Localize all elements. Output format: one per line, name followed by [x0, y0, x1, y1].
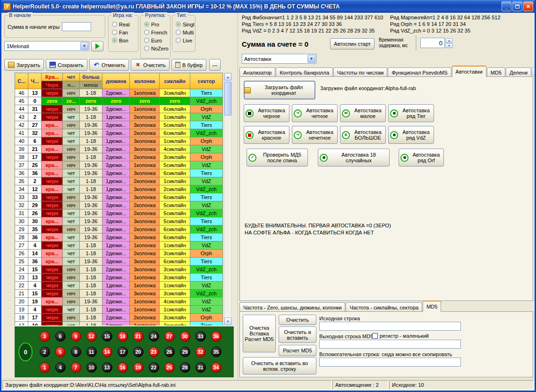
board-number[interactable]: 32	[196, 347, 206, 357]
source-string-input[interactable]	[319, 322, 461, 331]
autobet-button[interactable]: ЧАвтоставка нечетное	[292, 126, 338, 144]
tab-частоты-по-числам[interactable]: Частоты по числам	[333, 67, 387, 77]
board-number[interactable]: 6	[55, 331, 66, 342]
autospin-start-button[interactable]: Автоспин старт	[330, 38, 374, 50]
board-number[interactable]: 31	[196, 362, 206, 373]
board-number[interactable]: 23	[149, 347, 159, 357]
clear-and-paste-button[interactable]: Очистить и вставить	[279, 326, 316, 343]
autobet-button[interactable]: БАвтоставка БОЛЬШОЕ	[340, 126, 386, 144]
board-number[interactable]: 34	[211, 362, 221, 373]
output-string-input[interactable]	[319, 340, 461, 349]
board-number[interactable]: 15	[102, 331, 112, 342]
spinner-up-icon[interactable]: ▲	[445, 38, 453, 43]
toolbar-button[interactable]: В буфер	[171, 59, 206, 71]
board-number[interactable]: 7	[71, 362, 81, 373]
tab-автоставки[interactable]: Автоставки	[452, 66, 486, 77]
autobet-button[interactable]: Автоставка черное	[244, 104, 289, 122]
autobet-button[interactable]: Автоставка 18 случайных	[318, 149, 390, 167]
board-number[interactable]: 33	[196, 331, 206, 342]
clear-button[interactable]: Очистить	[279, 315, 316, 325]
toolbar-button[interactable]: Загрузить	[4, 59, 44, 71]
play-button[interactable]	[91, 41, 103, 51]
board-number[interactable]: 25	[164, 362, 175, 373]
aux-string-input[interactable]	[319, 358, 461, 367]
minimize-button[interactable]: _	[502, 1, 511, 11]
radio-fan[interactable]: Fan	[109, 28, 138, 36]
board-number[interactable]: 1	[40, 362, 50, 373]
bottom-tab-md5[interactable]: MD5	[423, 300, 441, 312]
scrollbar-thumb[interactable]	[224, 82, 231, 116]
radio-real[interactable]: Real	[109, 20, 138, 28]
board-zero[interactable]: 0	[18, 342, 33, 361]
board-number[interactable]: 9	[71, 331, 81, 342]
board-number[interactable]: 13	[102, 362, 112, 373]
radio-bon[interactable]: Bon	[109, 36, 138, 44]
radio-multi[interactable]: Multi	[172, 28, 195, 36]
clear-paste-calc-button[interactable]: Очистка Вставка Расчет MD5	[243, 315, 276, 352]
autobet-combobox[interactable]: Автоставки ▼	[242, 54, 316, 64]
load-coordinates-button[interactable]: Загрузить файл координат	[244, 81, 315, 100]
board-number[interactable]: 2	[40, 347, 50, 357]
board-number[interactable]: 11	[86, 347, 97, 357]
tab-анализатор[interactable]: Анализатор	[239, 67, 275, 77]
calc-md5-button[interactable]: Расчет MD5	[279, 345, 316, 356]
register-checkbox[interactable]: регистр - маленький	[372, 333, 429, 339]
autobet-button[interactable]: Автоставка ряд Orf	[399, 149, 444, 167]
collapse-button[interactable]: —	[209, 59, 221, 71]
bottom-tab-частота-zero-шансы-дюжины-колонки[interactable]: Частота - Zero, шансы, дюжины, колонки	[239, 302, 345, 312]
toolbar-button[interactable]: Сохранить	[46, 59, 87, 71]
autobet-button[interactable]: ЧАвтоставка четное	[292, 104, 338, 122]
board-number[interactable]: 10	[86, 362, 97, 373]
board-number[interactable]: 18	[118, 331, 128, 342]
board-number[interactable]: 16	[118, 362, 128, 373]
tab-делени[interactable]: Делени	[506, 67, 531, 77]
board-number[interactable]: 24	[149, 331, 159, 342]
board-number[interactable]: 30	[180, 331, 190, 342]
tab-контроль-банкролла[interactable]: Контроль банкролла	[276, 67, 333, 77]
radio-live[interactable]: Live	[172, 36, 195, 44]
tab-scroll-left-icon[interactable]: ◀	[532, 67, 536, 75]
board-number[interactable]: 19	[133, 362, 144, 373]
autobet-button[interactable]: Автоставка ряд Tier	[388, 104, 434, 122]
board-number[interactable]: 29	[180, 347, 190, 357]
board-number[interactable]: 12	[86, 331, 97, 342]
autobet-button[interactable]: МАвтоставка малое	[340, 104, 386, 122]
start-sum-input[interactable]	[62, 22, 91, 31]
radio-pro[interactable]: Pro	[141, 20, 170, 28]
tab-md5[interactable]: MD5	[487, 67, 505, 77]
board-number[interactable]: 22	[149, 362, 159, 373]
board-number[interactable]: 4	[55, 362, 66, 373]
table-scrollbar[interactable]: ▲ ▼	[224, 73, 232, 325]
radio-euro[interactable]: Euro	[141, 36, 170, 44]
board-number[interactable]: 8	[71, 347, 81, 357]
radio-french[interactable]: French	[141, 28, 170, 36]
board-number[interactable]: 20	[133, 347, 144, 357]
board-number[interactable]: 21	[133, 331, 144, 342]
strategy-combobox[interactable]: 1Melonati ▼	[4, 41, 89, 51]
bottom-tab-частота-сиклайны-сектора[interactable]: Частота - сиклайны, сектора	[346, 302, 422, 312]
tab-функционал-psevdoms[interactable]: Функционал PsevdoMS	[388, 67, 451, 77]
scroll-down-icon[interactable]: ▼	[224, 317, 231, 325]
clear-paste-aux-button[interactable]: Очистить и вставить во вспом. строку	[243, 357, 316, 375]
close-button[interactable]: ×	[523, 1, 533, 11]
board-number[interactable]: 14	[102, 347, 112, 357]
spinner-down-icon[interactable]: ▼	[445, 43, 453, 48]
board-number[interactable]: 27	[164, 331, 175, 342]
board-number[interactable]: 35	[211, 347, 221, 357]
toolbar-button[interactable]: Отменить	[89, 59, 129, 71]
restore-button[interactable]	[512, 1, 522, 11]
scroll-up-icon[interactable]: ▲	[224, 73, 231, 81]
board-number[interactable]: 17	[118, 347, 128, 357]
autobet-button[interactable]: ✓Проверить МД5 после спина	[247, 149, 308, 167]
board-number[interactable]: 5	[55, 347, 66, 357]
autobet-button[interactable]: Автоставка красное	[244, 126, 289, 144]
board-number[interactable]: 3	[40, 331, 50, 342]
radio-singl[interactable]: Singl	[172, 20, 195, 28]
chevron-down-icon[interactable]: ▼	[80, 42, 88, 50]
toolbar-button[interactable]: Очистить	[131, 59, 170, 71]
board-number[interactable]: 36	[211, 331, 221, 342]
radio-nozero[interactable]: NoZero	[141, 44, 170, 52]
delay-input[interactable]: 0	[420, 38, 445, 48]
autobet-button[interactable]: Автоставка ряд VdZ	[388, 126, 434, 144]
board-number[interactable]: 26	[164, 347, 175, 357]
